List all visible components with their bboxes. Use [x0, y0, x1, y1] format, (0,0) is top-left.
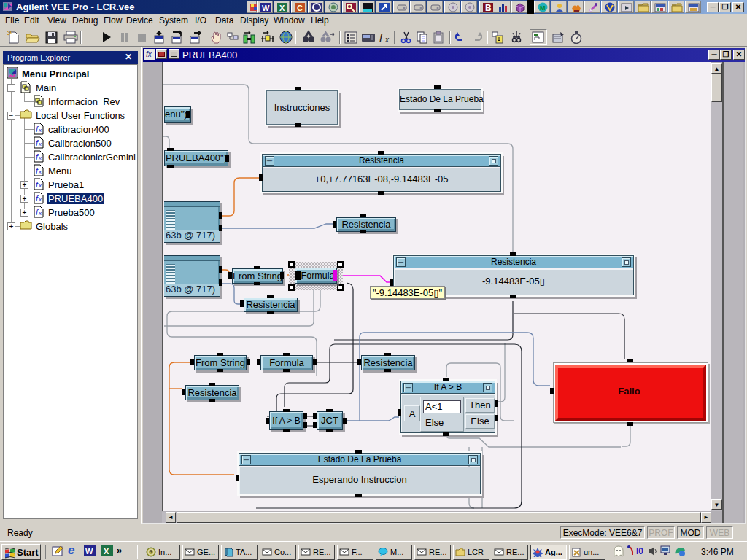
svg-text:B: B: [485, 3, 492, 13]
svg-text:C: C: [297, 4, 303, 12]
svg-text:X: X: [104, 547, 109, 556]
svg-text:W: W: [262, 4, 270, 12]
svg-text:W: W: [85, 547, 93, 556]
svg-text:M: M: [540, 4, 546, 12]
svg-text:f: f: [379, 31, 384, 44]
svg-text:x: x: [384, 36, 390, 44]
svg-text:fx: fx: [146, 50, 152, 58]
svg-text:X: X: [279, 4, 285, 12]
